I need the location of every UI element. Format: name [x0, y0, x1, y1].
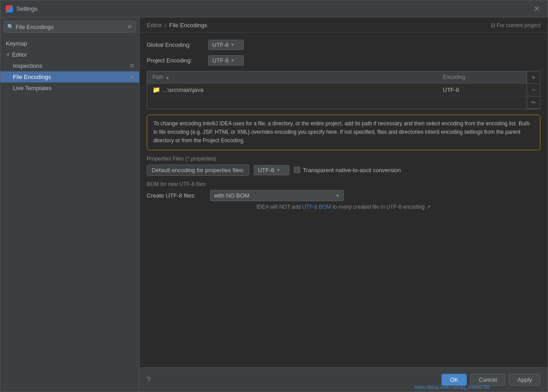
native-ascii-label: Transparent native-to-ascii conversion — [303, 167, 401, 173]
create-utf8-label: Create UTF-8 files: — [147, 192, 205, 199]
bom-note-link[interactable]: UTF-8 BOM — [302, 204, 331, 210]
info-text: To change encoding IntelliJ IDEA uses fo… — [153, 120, 531, 144]
dropdown-arrow-icon-2: ▼ — [231, 58, 235, 63]
global-encoding-dropdown[interactable]: UTF-8 ▼ — [208, 40, 244, 50]
dialog-title: Settings — [16, 5, 531, 12]
sidebar-item-keymap[interactable]: Keymap — [0, 38, 139, 49]
project-encoding-value: UTF-8 — [212, 57, 229, 64]
path-value: ...\src\main\java — [163, 87, 203, 93]
sidebar-item-label: Inspections — [13, 62, 42, 69]
path-column-label: Path — [152, 74, 164, 80]
properties-row: Default encoding for properties files: U… — [147, 165, 540, 176]
bom-note: IDEA will NOT add UTF-8 BOM to every cre… — [147, 204, 540, 210]
copy-icon: ⧉ — [130, 63, 134, 69]
sidebar-item-file-encodings[interactable]: File Encodings ⧉ — [0, 71, 139, 83]
breadcrumb-parent: Editor — [147, 22, 162, 29]
app-icon — [6, 5, 13, 12]
encoding-column-header[interactable]: Encoding — [437, 71, 527, 83]
settings-dialog: Settings ✕ 🔍 ✕ Keymap — [0, 0, 548, 392]
sidebar-item-label: Live Templates — [13, 85, 51, 91]
footer: ? OK Cancel Apply https://blog.csdn.net/… — [140, 367, 548, 392]
help-button[interactable]: ? — [147, 376, 151, 384]
close-button[interactable]: ✕ — [531, 4, 542, 14]
ok-button[interactable]: OK — [441, 374, 467, 386]
breadcrumb-current: File Encodings — [169, 22, 207, 29]
edit-row-button[interactable]: ✏ — [527, 96, 540, 109]
sidebar-item-live-templates[interactable]: Live Templates — [0, 83, 139, 94]
watermark-text: https://blog.csdn.net/qq_43466788 — [414, 384, 490, 390]
panel-body: Global Encoding: UTF-8 ▼ Project Encodin… — [140, 33, 548, 367]
cancel-button[interactable]: Cancel — [470, 374, 505, 386]
right-panel: Editor › File Encodings ⊟ For current pr… — [140, 17, 548, 392]
encoding-column-label: Encoding — [443, 74, 465, 80]
copy-icon-active: ⧉ — [130, 74, 134, 80]
sidebar-item-editor[interactable]: ▼ Editor — [0, 49, 139, 60]
table-actions: + − ✏ — [527, 71, 540, 109]
sidebar-item-label: Keymap — [6, 40, 27, 47]
main-content: 🔍 ✕ Keymap ▼ Editor — [0, 17, 548, 392]
properties-section-title: Properties Files (*.properties) — [147, 156, 540, 162]
apply-button[interactable]: Apply — [509, 374, 540, 386]
path-cell: 📁 ...\src\main\java — [147, 83, 437, 96]
bom-row: Create UTF-8 files: with NO BOM ▼ — [147, 190, 540, 201]
properties-section: Properties Files (*.properties) Default … — [147, 156, 540, 176]
table-header: Path ▲ Encoding — [147, 71, 527, 83]
search-input[interactable] — [16, 24, 125, 30]
add-row-button[interactable]: + — [527, 71, 540, 84]
info-box: To change encoding IntelliJ IDEA uses fo… — [147, 115, 540, 150]
global-encoding-label: Global Encoding: — [147, 41, 205, 48]
encoding-cell: UTF-8 — [437, 84, 527, 96]
for-current-project-link[interactable]: ⊟ For current project — [491, 22, 540, 29]
project-encoding-label: Project Encoding: — [147, 57, 205, 64]
sidebar-item-label: File Encodings — [13, 74, 51, 80]
bom-note-suffix: to every created file in UTF-8 encoding … — [331, 204, 430, 210]
project-encoding-row: Project Encoding: UTF-8 ▼ — [147, 55, 540, 66]
global-encoding-value: UTF-8 — [212, 41, 229, 48]
dropdown-arrow-icon: ▼ — [231, 42, 235, 47]
sidebar: 🔍 ✕ Keymap ▼ Editor — [0, 17, 140, 392]
properties-encoding-value: UTF-8 — [258, 167, 274, 173]
encoding-table: Path ▲ Encoding — [147, 71, 540, 109]
sidebar-nav: Keymap ▼ Editor Inspections ⧉ File Encod… — [0, 36, 139, 392]
search-clear-icon[interactable]: ✕ — [127, 23, 132, 30]
breadcrumb: Editor › File Encodings ⊟ For current pr… — [140, 17, 548, 33]
folder-icon: 📁 — [152, 86, 160, 93]
search-bar: 🔍 ✕ — [0, 17, 139, 36]
encoding-value: UTF-8 — [443, 87, 459, 93]
search-wrapper: 🔍 ✕ — [4, 21, 136, 33]
watermark-link: https://blog.csdn.net/qq_43466788 — [414, 384, 490, 390]
search-icon: 🔍 — [7, 24, 14, 30]
default-encoding-label: Default encoding for properties files: — [147, 165, 249, 176]
global-encoding-row: Global Encoding: UTF-8 ▼ — [147, 40, 540, 50]
project-encoding-dropdown[interactable]: UTF-8 ▼ — [208, 55, 244, 66]
dropdown-arrow-icon-4: ▼ — [335, 193, 340, 198]
properties-encoding-dropdown[interactable]: UTF-8 ▼ — [254, 165, 289, 175]
breadcrumb-separator: › — [165, 22, 166, 29]
bom-dropdown-value: with NO BOM — [214, 192, 334, 199]
native-ascii-row: Transparent native-to-ascii conversion — [294, 167, 401, 173]
native-ascii-checkbox[interactable] — [294, 167, 300, 173]
bom-section: BOM for new UTF-8 files Create UTF-8 fil… — [147, 181, 540, 210]
path-column-header[interactable]: Path ▲ — [147, 71, 437, 83]
collapse-icon: ▼ — [6, 52, 10, 57]
title-bar: Settings ✕ — [0, 0, 548, 17]
bom-section-title: BOM for new UTF-8 files — [147, 181, 540, 187]
sidebar-section-main: Keymap ▼ Editor Inspections ⧉ File Encod… — [0, 38, 139, 94]
sort-asc-icon: ▲ — [165, 75, 170, 80]
table-row[interactable]: 📁 ...\src\main\java UTF-8 — [147, 83, 527, 96]
dropdown-arrow-icon-3: ▼ — [276, 168, 280, 173]
table-structure: Path ▲ Encoding — [147, 71, 540, 109]
sidebar-item-label: Editor — [12, 51, 27, 58]
bom-dropdown[interactable]: with NO BOM ▼ — [210, 190, 344, 201]
sidebar-item-inspections[interactable]: Inspections ⧉ — [0, 60, 139, 71]
bom-note-prefix: IDEA will NOT add — [256, 204, 302, 210]
remove-row-button[interactable]: − — [527, 84, 540, 96]
table-main: Path ▲ Encoding — [147, 71, 527, 109]
file-encoding-table-section: Path ▲ Encoding — [147, 71, 540, 109]
